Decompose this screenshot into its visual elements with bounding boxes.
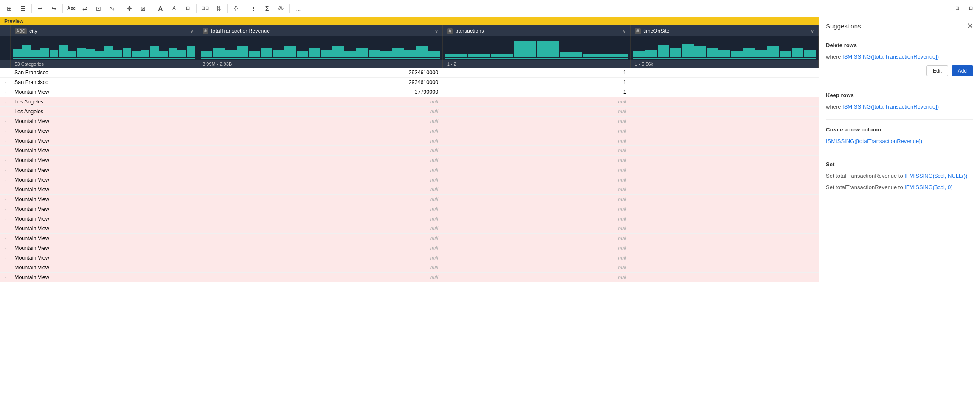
move-button[interactable]: ✥ (124, 3, 135, 14)
column-type-button[interactable]: Aʙc (65, 3, 77, 14)
col-header-timeonsite[interactable]: # timeOnSite ∨ (631, 25, 819, 36)
keep-rows-section: Keep rows where ISMISSING([totalTransact… (826, 92, 973, 111)
bar (694, 46, 706, 57)
col-sort-revenue[interactable]: ∨ (435, 28, 438, 34)
set-item-1-before: Set totalTransactionRevenue to (826, 173, 904, 179)
create-column-formula-link[interactable]: ISMISSING([totalTransactionRevenue]) (826, 138, 922, 144)
cell-transactions: null (442, 234, 631, 243)
table-row[interactable]: ·Mountain Viewnullnull (0, 175, 819, 185)
sort-button[interactable]: A↓ (106, 3, 118, 14)
table-row[interactable]: ·Mountain Viewnullnull (0, 146, 819, 156)
table-row[interactable]: ·Mountain Viewnullnull (0, 185, 819, 195)
table-row[interactable]: ·Mountain Viewnullnull (0, 263, 819, 273)
transform-button[interactable]: ⇄ (79, 3, 91, 14)
table-container[interactable]: ABC city ∨ # totalTransactionRevenue ∨ (0, 25, 819, 411)
delete-rows-edit-button[interactable]: Edit (926, 65, 948, 76)
create-column-section: Create a new column ISMISSING([totalTran… (826, 126, 973, 145)
merge-button[interactable]: ⊟ (182, 3, 194, 14)
col-sort-city[interactable]: ∨ (190, 28, 194, 34)
table-row[interactable]: ·Mountain Viewnullnull (0, 126, 819, 136)
delete-rows-condition-link[interactable]: ISMISSING([totalTransactionRevenue]) (842, 53, 939, 60)
cell-city: Mountain View (10, 263, 198, 273)
bar (297, 51, 308, 57)
table-row[interactable]: ·Mountain Viewnullnull (0, 165, 819, 175)
cell-timeonsite (631, 87, 819, 97)
cell-city: Los Angeles (10, 97, 198, 107)
col-sort-timeonsite[interactable]: ∨ (811, 28, 814, 34)
col-header-revenue[interactable]: # totalTransactionRevenue ∨ (198, 25, 442, 36)
extract-button[interactable]: ⊠ (137, 3, 149, 14)
col-header-city[interactable]: ABC city ∨ (10, 25, 198, 36)
bar (273, 50, 284, 57)
table-row[interactable]: ·Mountain View377900001 (0, 87, 819, 97)
delete-rows-where: where (826, 53, 842, 60)
col-header-transactions[interactable]: # transactions ∨ (442, 25, 631, 36)
cell-city: Mountain View (10, 136, 198, 146)
keep-rows-condition-link[interactable]: ISMISSING([totalTransactionRevenue]) (842, 103, 939, 110)
suggestions-close-button[interactable]: ✕ (967, 22, 973, 30)
bar (150, 46, 159, 57)
table-row[interactable]: ·San Francisco29346100001 (0, 78, 819, 87)
cell-timeonsite (631, 204, 819, 214)
pivot-button[interactable]: ⇅ (213, 3, 225, 14)
split-button[interactable]: ⊞⊟ (199, 3, 211, 14)
redo-button[interactable]: ↪ (48, 3, 60, 14)
table-row[interactable]: ·Los Angelesnullnull (0, 97, 819, 107)
set-item-1-formula-link[interactable]: IFMISSING($col, NULL()) (904, 173, 967, 179)
cell-city: Mountain View (10, 224, 198, 234)
filter-button[interactable]: ⫶ (248, 3, 259, 14)
cell-city: Mountain View (10, 126, 198, 136)
code-button[interactable]: {} (230, 3, 242, 14)
grid-icon[interactable]: ⊞ (3, 3, 15, 14)
cell-revenue: null (198, 195, 442, 204)
col-sort-transactions[interactable]: ∨ (622, 28, 626, 34)
column-options-button[interactable]: ⊞ (951, 3, 963, 14)
cell-revenue: null (198, 234, 442, 243)
row-indicator: · (0, 224, 10, 234)
view-button[interactable]: ⊟ (965, 3, 977, 14)
cell-timeonsite (631, 234, 819, 243)
table-row[interactable]: ·Mountain Viewnullnull (0, 204, 819, 214)
set-section: Set Set totalTransactionRevenue to IFMIS… (826, 161, 973, 192)
table-row[interactable]: ·Mountain Viewnullnull (0, 136, 819, 146)
format-button[interactable]: A (168, 3, 180, 14)
bar (392, 48, 404, 57)
bar (670, 48, 681, 57)
table-row[interactable]: ·Mountain Viewnullnull (0, 243, 819, 253)
set-item-2-formula-link[interactable]: IFMISSING($col, 0) (904, 184, 952, 190)
table-row[interactable]: ·Mountain Viewnullnull (0, 234, 819, 243)
table-row[interactable]: ·Mountain Viewnullnull (0, 117, 819, 126)
table-row[interactable]: ·Mountain Viewnullnull (0, 214, 819, 224)
cell-city: Mountain View (10, 195, 198, 204)
bar (332, 46, 344, 57)
table-row[interactable]: ·Mountain Viewnullnull (0, 224, 819, 234)
stats-city: 53 Categories (10, 60, 198, 68)
divider-2 (826, 119, 973, 120)
chart-line-transactions (445, 58, 628, 59)
menu-icon[interactable]: ☰ (17, 3, 29, 14)
bar (731, 51, 743, 57)
keep-rows-where: where (826, 103, 842, 110)
table-row[interactable]: ·Mountain Viewnullnull (0, 195, 819, 204)
stats-row-num (0, 60, 10, 68)
bar (404, 50, 416, 57)
table-row[interactable]: ·Mountain Viewnullnull (0, 156, 819, 165)
align-button[interactable]: ⊡ (93, 3, 104, 14)
table-row[interactable]: ·Mountain Viewnullnull (0, 253, 819, 263)
cell-revenue: 2934610000 (198, 78, 442, 87)
chart-timeonsite (631, 36, 819, 60)
delete-rows-add-button[interactable]: Add (952, 65, 973, 76)
aggregate-button[interactable]: Σ (261, 3, 273, 14)
table-row[interactable]: ·Mountain Viewnullnull (0, 273, 819, 282)
cluster-button[interactable]: ⁂ (275, 3, 287, 14)
more-button[interactable]: … (292, 3, 304, 14)
chart-line-timeonsite (633, 58, 816, 59)
undo-button[interactable]: ↩ (34, 3, 46, 14)
text-button[interactable]: A (155, 3, 166, 14)
table-row[interactable]: ·Los Angelesnullnull (0, 107, 819, 117)
table-row[interactable]: ·San Francisco29346100001 (0, 68, 819, 78)
bar (645, 50, 657, 57)
cell-revenue: null (198, 263, 442, 273)
toolbar-separator-3 (121, 4, 121, 13)
cell-city: Los Angeles (10, 107, 198, 117)
